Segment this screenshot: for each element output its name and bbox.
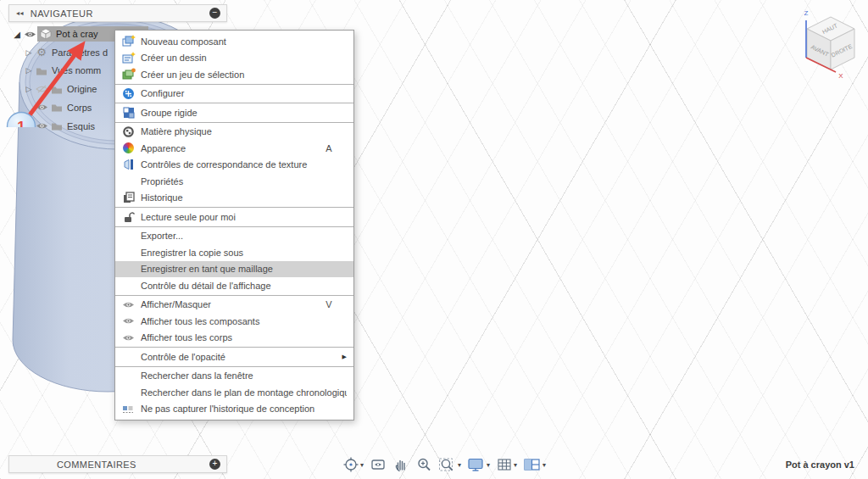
create-drawing-icon (121, 51, 136, 64)
menu-separator (115, 84, 353, 85)
configure-icon (121, 86, 136, 100)
collapse-panel-icon[interactable]: ◂◂ (16, 9, 24, 17)
menu-item-nouveau-composant[interactable]: Nouveau composant (115, 33, 353, 50)
viewcube-x-label: X (838, 72, 843, 80)
tree-item-label: Origine (67, 84, 97, 94)
tree-item-label: Corps (67, 103, 92, 113)
comments-panel-header[interactable]: COMMENTAIRES + (8, 455, 227, 473)
menu-item-controle-detail-affichage[interactable]: Contrôle du détail de l'affichage (115, 277, 353, 294)
expand-caret-icon[interactable]: ▷ (24, 48, 34, 57)
expand-caret-icon[interactable]: ▷ (24, 85, 34, 93)
eye-icon (121, 331, 136, 344)
add-comment-button[interactable]: + (209, 459, 220, 470)
menu-item-apparence[interactable]: Apparence A (115, 140, 353, 157)
menu-item-creer-un-dessin[interactable]: Créer un dessin (115, 50, 353, 67)
menu-item-proprietes[interactable]: Propriétés (115, 173, 353, 190)
tree-item-label: Paramètres d (52, 47, 108, 58)
menu-item-exporter[interactable]: Exporter... (115, 228, 353, 245)
component-cube-icon (40, 28, 52, 40)
appearance-icon (121, 142, 136, 155)
shortcut-key: A (322, 143, 336, 153)
menu-item-lecture-seule[interactable]: Lecture seule pour moi (115, 209, 353, 226)
comments-title: COMMENTAIRES (57, 460, 136, 470)
gear-icon: ⚙ (34, 46, 49, 58)
menu-separator (115, 226, 353, 227)
display-settings-button[interactable]: ▾ (465, 455, 492, 474)
menu-item-configurer[interactable]: Configurer (115, 86, 353, 103)
menu-separator (115, 122, 353, 123)
tree-item-sketches[interactable]: Esquis (8, 118, 114, 135)
eye-icon (121, 315, 136, 328)
texture-map-icon (121, 158, 136, 171)
selection-set-icon (121, 68, 136, 81)
menu-item-groupe-rigide[interactable]: Groupe rigide (115, 104, 353, 121)
dropdown-caret-icon[interactable]: ▾ (542, 461, 546, 469)
unlock-icon (121, 210, 136, 224)
menu-separator (115, 103, 353, 103)
menu-separator (115, 295, 353, 296)
menu-item-creer-un-jeu-de-selection[interactable]: Créer un jeu de sélection (115, 66, 353, 83)
viewcube[interactable]: HAUT AVANT DROITE Z X (790, 5, 863, 81)
menu-item-ne-pas-capturer-historique[interactable]: Ne pas capturer l'historique de concepti… (115, 401, 353, 418)
menu-item-afficher-tous-les-corps[interactable]: Afficher tous les corps (115, 330, 353, 347)
dropdown-caret-icon[interactable]: ▾ (514, 461, 517, 469)
tree-item-label: Esquis (67, 121, 95, 131)
tree-item-named-views[interactable]: ▷ Vues nomm (8, 62, 114, 79)
visibility-eye-icon[interactable] (34, 103, 49, 111)
folder-icon (49, 121, 64, 131)
folder-icon (34, 66, 49, 75)
menu-item-matiere-physique[interactable]: Matière physique (115, 124, 353, 141)
shortcut-key: V (322, 299, 336, 309)
physical-material-icon (121, 125, 136, 138)
menu-item-controles-texture[interactable]: Contrôles de correspondance de texture (115, 157, 353, 174)
navigator-title: NAVIGATEUR (31, 8, 93, 19)
expand-caret-icon[interactable]: ▷ (24, 66, 34, 75)
tree-item-bodies[interactable]: Corps (8, 99, 114, 116)
visibility-eye-icon[interactable] (34, 122, 49, 130)
folder-icon (49, 85, 64, 94)
visibility-eye-icon[interactable] (22, 31, 37, 38)
dropdown-caret-icon[interactable]: ▾ (487, 461, 490, 469)
capture-history-icon (121, 402, 136, 415)
dropdown-caret-icon[interactable]: ▾ (360, 461, 364, 469)
menu-item-afficher-masquer[interactable]: Afficher/Masquer V (115, 297, 353, 314)
submenu-arrow-icon: ▶ (342, 354, 347, 360)
menu-separator (115, 347, 353, 348)
menu-separator (115, 207, 353, 208)
viewcube-z-label: Z (804, 9, 809, 17)
menu-item-rechercher-plan-montage[interactable]: Rechercher dans le plan de montage chron… (115, 384, 353, 401)
expand-caret-icon[interactable]: ◢ (12, 30, 22, 39)
navigator-panel-header[interactable]: ◂◂ NAVIGATEUR − (8, 4, 227, 22)
tree-item-origin[interactable]: ▷ Origine (8, 81, 114, 97)
menu-separator (115, 366, 353, 367)
dropdown-caret-icon[interactable]: ▾ (458, 461, 461, 469)
menu-item-enregistrer-copie-sous[interactable]: Enregistrer la copie sous (115, 244, 353, 261)
menu-item-afficher-tous-les-composants[interactable]: Afficher tous les composants (115, 313, 353, 330)
navigator-minus-button[interactable]: − (209, 8, 220, 19)
pan-button[interactable] (391, 455, 411, 474)
menu-item-controle-opacite[interactable]: Contrôle de l'opacité ▶ (115, 348, 353, 365)
rigid-group-icon (121, 106, 136, 120)
context-menu: Nouveau composant Créer un dessin Créer … (114, 30, 354, 421)
document-version-label: Pot à crayon v1 (786, 460, 854, 470)
visibility-hidden-eye-icon[interactable] (34, 85, 49, 93)
menu-item-enregistrer-en-tant-que-maillage[interactable]: Enregistrer en tant que maillage (115, 261, 353, 278)
menu-item-rechercher-fenetre[interactable]: Rechercher dans la fenêtre (115, 368, 353, 385)
new-component-icon (121, 35, 136, 48)
tree-item-label: Vues nomm (52, 65, 101, 75)
grid-and-snaps-button[interactable]: ▾ (494, 455, 519, 474)
menu-item-historique[interactable]: Historique (115, 190, 353, 207)
history-icon (121, 191, 136, 204)
folder-icon (49, 103, 64, 112)
tree-item-document-settings[interactable]: ▷ ⚙ Paramètres d (8, 44, 114, 61)
orbit-button[interactable]: ▾ (341, 455, 365, 474)
navigation-toolbar: ▾ ▾ ▾ ▾ ▾ (341, 454, 548, 475)
viewports-button[interactable]: ▾ (521, 455, 548, 474)
eye-icon (121, 298, 136, 311)
zoom-button[interactable] (414, 455, 434, 474)
look-at-button[interactable] (368, 455, 388, 474)
tree-item-label: Pot à cray (56, 29, 98, 39)
zoom-window-button[interactable]: ▾ (437, 455, 463, 474)
